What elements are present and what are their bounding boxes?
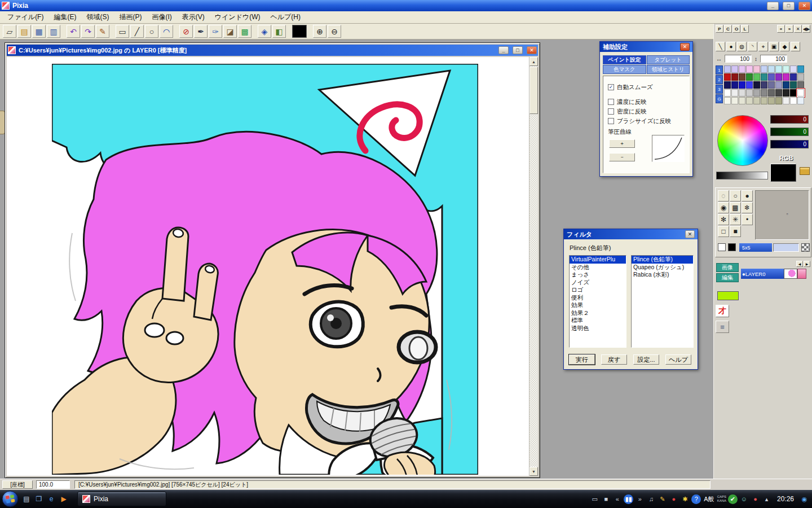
picker-icon[interactable]: ⌖ <box>758 42 768 51</box>
palette-swatch[interactable] <box>768 81 775 89</box>
palette-swatch[interactable] <box>724 89 731 97</box>
layer-stack-button[interactable]: ≡ <box>716 321 729 333</box>
palette-swatch[interactable] <box>739 97 745 104</box>
menu-item[interactable]: ヘルプ(H) <box>266 11 306 24</box>
settings-button[interactable]: 設定... <box>633 354 659 365</box>
previous-track-icon[interactable]: « <box>612 494 622 504</box>
outline-circle-brush[interactable]: ○ <box>730 190 741 202</box>
help-button[interactable]: ヘルプ <box>665 354 691 365</box>
pattern-pen-icon[interactable]: ▣ <box>769 42 779 51</box>
list-item[interactable]: Rabica (水彩) <box>632 271 693 279</box>
palette-swatch[interactable] <box>797 81 804 89</box>
ime-mode-indicator[interactable]: A般 <box>703 495 715 503</box>
palette-swatch[interactable] <box>775 81 782 89</box>
list-item[interactable]: 透明色 <box>570 325 626 332</box>
palette-swatch[interactable] <box>739 65 745 73</box>
menu-item[interactable]: ファイル(F) <box>2 11 48 24</box>
palette-swatch[interactable] <box>731 97 738 104</box>
layer-thumbnail[interactable] <box>784 269 797 279</box>
list-item[interactable]: VirtualPainterPlu <box>570 256 626 264</box>
pressure-plus-button[interactable]: ＋ <box>609 139 635 148</box>
volume-icon[interactable]: ♫ <box>646 494 656 504</box>
palette-swatch[interactable] <box>790 97 797 104</box>
list-item[interactable]: その他 <box>570 264 626 271</box>
solid-circle-brush[interactable]: ● <box>742 190 753 202</box>
palette-swatch[interactable] <box>775 97 782 104</box>
aux-close-button[interactable]: ✕ <box>680 43 690 51</box>
filter-category-list[interactable]: VirtualPainterPluその他まっさノイズロゴ便利効果効果２標準透明色 <box>569 255 626 348</box>
sidebar-icon[interactable]: ◉ <box>800 494 809 504</box>
revert-button[interactable]: 戻す <box>601 354 627 365</box>
palette-swatch[interactable] <box>746 89 753 97</box>
checkbox[interactable]: ✓ <box>608 84 614 90</box>
grid-size-slider[interactable] <box>773 243 799 252</box>
layer-next-icon[interactable]: ▶ <box>804 261 810 267</box>
list-item[interactable]: 標準 <box>570 317 626 325</box>
palette-swatch[interactable] <box>797 97 804 104</box>
halftone-circle-brush[interactable]: ▩ <box>730 202 741 213</box>
menu-item[interactable]: 描画(P) <box>114 11 147 24</box>
mask-color-swatch[interactable] <box>717 291 739 300</box>
open-file-icon[interactable]: ▤ <box>17 25 31 38</box>
security-icon[interactable]: ✔ <box>728 494 738 504</box>
menu-item[interactable]: ウインドウ(W) <box>210 11 266 24</box>
palette-swatch[interactable] <box>761 89 767 97</box>
red-slider[interactable]: 0 <box>770 115 809 124</box>
palette-swatch[interactable] <box>790 89 797 97</box>
white-swatch[interactable] <box>718 243 726 251</box>
palette-swatch[interactable] <box>761 65 767 73</box>
list-item[interactable]: まっさ <box>570 271 626 279</box>
checkbox[interactable] <box>608 108 614 115</box>
redo-icon[interactable]: ↷ <box>81 25 95 38</box>
scrollbar-up-icon[interactable]: ▲ <box>529 57 538 66</box>
palette-swatch[interactable] <box>731 65 738 73</box>
palette-swatch[interactable] <box>753 97 760 104</box>
pressure-minus-button[interactable]: － <box>609 153 635 161</box>
list-item[interactable]: ノイズ <box>570 279 626 287</box>
canvas-minimize-button[interactable]: _ <box>498 46 509 54</box>
filter-dialog-title-bar[interactable]: フィルタ ✕ <box>564 229 698 239</box>
palette-swatch[interactable] <box>739 81 745 89</box>
palette-swatch[interactable] <box>790 65 797 73</box>
pressure-curve-preview[interactable] <box>652 135 685 162</box>
browser-icon[interactable]: e <box>46 493 57 505</box>
menu-item[interactable]: 編集(E) <box>48 11 81 24</box>
menu-item[interactable]: 領域(S) <box>81 11 114 24</box>
pen-tool-icon[interactable]: ✒ <box>194 25 208 38</box>
layer-prev-icon[interactable]: ◀ <box>796 261 803 267</box>
grid-size-label[interactable]: 5x5 <box>739 243 772 252</box>
palette-swatch[interactable] <box>783 73 789 81</box>
snowflake-brush[interactable]: ❄ <box>742 202 753 213</box>
checkbox[interactable] <box>608 99 614 105</box>
scanner-icon[interactable]: ▥ <box>47 25 60 38</box>
value-gradient-bar[interactable] <box>716 172 768 179</box>
checkbox-row[interactable]: ブラシサイズに反映 <box>603 116 689 126</box>
color-wheel[interactable] <box>717 115 768 166</box>
fill-tool-icon[interactable]: ◈ <box>258 25 271 38</box>
palette-swatch[interactable] <box>739 73 745 81</box>
nib-tool-icon[interactable]: ✑ <box>209 25 222 38</box>
palette-swatch[interactable] <box>768 89 775 97</box>
palette-tab-g[interactable]: G <box>716 94 723 103</box>
next-track-icon[interactable]: » <box>635 494 645 504</box>
layer-tab-edit[interactable]: 編集 <box>716 273 739 282</box>
mask-icon[interactable]: ⊘ <box>179 25 193 38</box>
list-item[interactable]: ロゴ <box>570 286 626 294</box>
start-button[interactable] <box>2 491 19 507</box>
ime-pad-icon[interactable]: ✱ <box>680 494 690 504</box>
current-color-swatch[interactable] <box>292 25 307 38</box>
palette-tab-1[interactable]: 1 <box>716 65 723 75</box>
palette-swatch[interactable] <box>746 65 753 73</box>
palette-swatch[interactable] <box>731 81 738 89</box>
palette-swatch[interactable] <box>753 65 760 73</box>
canvas-title-bar[interactable]: C:¥Users¥jun¥Pictures¥img002.jpg の LAYER… <box>7 45 538 56</box>
round-pen-icon[interactable]: ● <box>726 42 736 51</box>
palette-swatch[interactable] <box>739 89 745 97</box>
palette-swatch[interactable] <box>797 65 804 73</box>
aux-tab[interactable]: 領域ヒストリ <box>647 65 690 74</box>
eraser-tool-icon[interactable]: ◪ <box>223 25 237 38</box>
panel-expand-icon[interactable]: ◀▶ <box>802 25 810 33</box>
list-item[interactable]: Quapeo (ガッシュ) <box>632 264 693 271</box>
palette-folder-icon[interactable] <box>800 167 810 175</box>
palette-swatch[interactable] <box>753 73 760 81</box>
